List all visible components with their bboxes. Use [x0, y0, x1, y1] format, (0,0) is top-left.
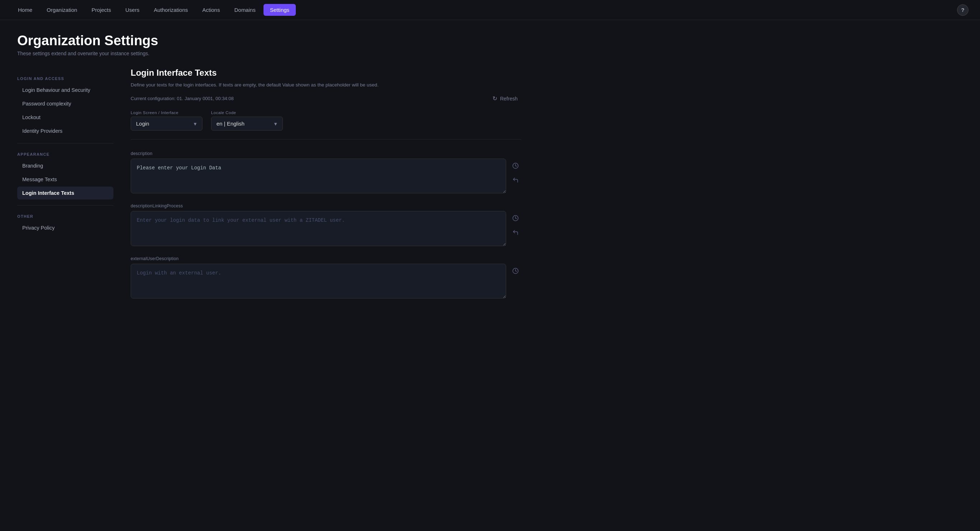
- sidebar-item-login-interface-texts[interactable]: Login Interface Texts: [17, 187, 113, 200]
- main-layout: LOGIN AND ACCESS Login Behaviour and Sec…: [17, 68, 521, 309]
- dropdowns-row: Login Screen / Interface Login Register …: [130, 111, 521, 139]
- field-label-description: description: [130, 151, 521, 156]
- sidebar-item-branding[interactable]: Branding: [17, 159, 113, 172]
- help-button[interactable]: ?: [957, 4, 969, 16]
- sidebar-item-identity-providers[interactable]: Identity Providers: [17, 125, 113, 138]
- screen-label: Login Screen / Interface: [130, 111, 202, 115]
- locale-dropdown-wrap: en | English de | German fr | French ▼: [211, 117, 283, 131]
- field-label-descriptionLinkingProcess: descriptionLinkingProcess: [130, 203, 521, 208]
- refresh-label: Refresh: [500, 96, 518, 101]
- field-group-externalUserDescription: externalUserDescription: [130, 256, 521, 298]
- refresh-button[interactable]: ↻ Refresh: [489, 94, 521, 103]
- field-textarea-description[interactable]: Please enter your Login Data: [130, 159, 506, 193]
- nav-authorizations[interactable]: Authorizations: [147, 4, 194, 16]
- sidebar-item-privacy-policy[interactable]: Privacy Policy: [17, 221, 113, 234]
- field-group-descriptionLinkingProcess: descriptionLinkingProcess: [130, 203, 521, 246]
- nav-projects[interactable]: Projects: [85, 4, 118, 16]
- sidebar-section-other: OTHER: [17, 214, 113, 219]
- sidebar-section-appearance: APPEARANCE: [17, 152, 113, 157]
- sidebar-divider-1: [17, 143, 113, 144]
- top-navigation: Home Organization Projects Users Authori…: [0, 0, 980, 20]
- page-subtitle: These settings extend and overwrite your…: [17, 51, 521, 56]
- field-row-externalUserDescription: [130, 264, 521, 298]
- reset-icon-descriptionLinkingProcess[interactable]: [510, 227, 521, 238]
- field-icons-description: [510, 159, 521, 186]
- locale-label: Locale Code: [211, 111, 283, 115]
- screen-dropdown-group: Login Screen / Interface Login Register …: [130, 111, 202, 131]
- locale-select[interactable]: en | English de | German fr | French: [211, 117, 283, 131]
- nav-home[interactable]: Home: [11, 4, 39, 16]
- history-icon-description[interactable]: [510, 160, 521, 171]
- nav-domains[interactable]: Domains: [228, 4, 262, 16]
- field-icons-descriptionLinkingProcess: [510, 211, 521, 238]
- field-row-descriptionLinkingProcess: [130, 211, 521, 246]
- sidebar-item-login-behaviour[interactable]: Login Behaviour and Security: [17, 84, 113, 97]
- field-group-description: description Please enter your Login Data: [130, 151, 521, 193]
- field-textarea-externalUserDescription[interactable]: [130, 264, 506, 298]
- nav-actions[interactable]: Actions: [196, 4, 226, 16]
- screen-dropdown-wrap: Login Register Forgot Password MFA ▼: [130, 117, 202, 131]
- page-title: Organization Settings: [17, 33, 521, 48]
- history-icon-descriptionLinkingProcess[interactable]: [510, 212, 521, 224]
- content-area: Login Interface Texts Define your texts …: [125, 68, 521, 309]
- locale-dropdown-group: Locale Code en | English de | German fr …: [211, 111, 283, 131]
- nav-users[interactable]: Users: [119, 4, 146, 16]
- config-label: Current configuration: 01. January 0001,…: [130, 96, 234, 101]
- refresh-icon: ↻: [493, 95, 497, 102]
- sidebar-divider-2: [17, 205, 113, 206]
- sidebar-item-password-complexity[interactable]: Password complexity: [17, 97, 113, 110]
- sidebar-section-login: LOGIN AND ACCESS: [17, 76, 113, 81]
- reset-icon-description[interactable]: [510, 174, 521, 186]
- nav-settings[interactable]: Settings: [264, 4, 296, 16]
- section-title: Login Interface Texts: [130, 68, 521, 78]
- field-icons-externalUserDescription: [510, 264, 521, 277]
- section-description: Define your texts for the login interfac…: [130, 81, 521, 89]
- sidebar-item-message-texts[interactable]: Message Texts: [17, 173, 113, 186]
- page-wrapper: Organization Settings These settings ext…: [0, 20, 538, 309]
- field-label-externalUserDescription: externalUserDescription: [130, 256, 521, 261]
- screen-select[interactable]: Login Register Forgot Password MFA: [130, 117, 202, 131]
- config-row: Current configuration: 01. January 0001,…: [130, 94, 521, 103]
- field-textarea-descriptionLinkingProcess[interactable]: [130, 211, 506, 246]
- nav-organization[interactable]: Organization: [40, 4, 84, 16]
- history-icon-externalUserDescription[interactable]: [510, 265, 521, 277]
- sidebar: LOGIN AND ACCESS Login Behaviour and Sec…: [17, 68, 125, 309]
- sidebar-item-lockout[interactable]: Lockout: [17, 111, 113, 124]
- field-row-description: Please enter your Login Data: [130, 159, 521, 193]
